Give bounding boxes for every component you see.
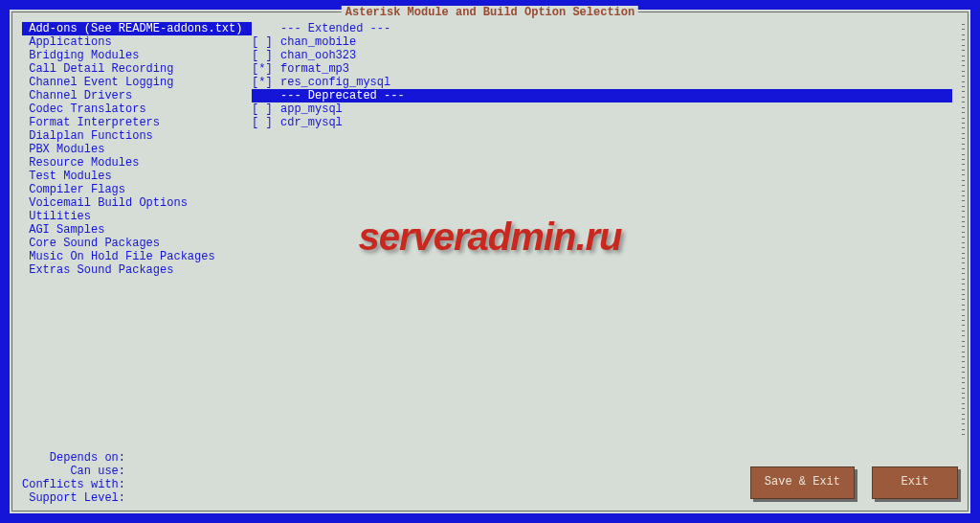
module-name: res_config_mysql [280, 76, 390, 89]
save-exit-button[interactable]: Save & Exit [750, 466, 855, 499]
module-checkbox[interactable]: [*] [252, 76, 280, 89]
module-section-header: --- Deprecated --- [252, 89, 952, 102]
category-item[interactable]: Dialplan Functions [22, 129, 252, 143]
module-checkbox[interactable]: [ ] [252, 49, 280, 62]
terminal-window: Asterisk Module and Build Option Selecti… [0, 0, 980, 523]
category-item[interactable]: Codec Translators [22, 102, 252, 116]
scrollbar[interactable] [962, 24, 965, 436]
category-list[interactable]: Add-ons (See README-addons.txt) Applicat… [22, 22, 252, 439]
module-checkbox[interactable]: [ ] [252, 116, 280, 129]
support-level-label: Support Level: [22, 491, 125, 505]
category-item[interactable]: Channel Event Logging [22, 76, 252, 89]
can-use-label: Can use: [22, 465, 125, 478]
category-item[interactable]: Compiler Flags [22, 183, 252, 196]
module-name: app_mysql [280, 102, 343, 116]
category-item[interactable]: Music On Hold File Packages [22, 250, 252, 263]
category-item[interactable]: Utilities [22, 210, 252, 223]
module-item[interactable]: [*]res_config_mysql [252, 76, 952, 89]
category-item[interactable]: PBX Modules [22, 143, 252, 156]
category-item[interactable]: Format Interpreters [22, 116, 252, 129]
bottom-bar: Depends on: Can use: Conflicts with: Sup… [22, 451, 958, 505]
category-item[interactable]: Resource Modules [22, 156, 252, 170]
module-item[interactable]: [ ]chan_mobile [252, 35, 952, 49]
conflicts-with-label: Conflicts with: [22, 478, 125, 491]
category-item[interactable]: Call Detail Recording [22, 62, 252, 76]
category-item[interactable]: AGI Samples [22, 223, 252, 237]
module-name: chan_mobile [280, 35, 356, 49]
category-item[interactable]: Test Modules [22, 170, 252, 183]
module-name: cdr_mysql [280, 116, 343, 129]
content-area: Add-ons (See README-addons.txt) Applicat… [12, 12, 968, 439]
category-item[interactable]: Applications [22, 35, 252, 49]
module-item[interactable]: [*]format_mp3 [252, 62, 952, 76]
module-checkbox[interactable]: [*] [252, 62, 280, 76]
module-item[interactable]: [ ]cdr_mysql [252, 116, 952, 129]
module-name: chan_ooh323 [280, 49, 356, 62]
module-section-header: --- Extended --- [252, 22, 952, 35]
category-item[interactable]: Bridging Modules [22, 49, 252, 62]
depends-on-label: Depends on: [22, 451, 125, 465]
module-checkbox[interactable]: [ ] [252, 35, 280, 49]
module-item[interactable]: [ ]app_mysql [252, 102, 952, 116]
category-item[interactable]: Voicemail Build Options [22, 196, 252, 210]
category-item[interactable]: Add-ons (See README-addons.txt) [22, 22, 252, 35]
module-list[interactable]: --- Extended ---[ ]chan_mobile[ ]chan_oo… [252, 22, 952, 439]
category-item[interactable]: Channel Drivers [22, 89, 252, 102]
menuselect-frame: Asterisk Module and Build Option Selecti… [11, 11, 969, 512]
window-title: Asterisk Module and Build Option Selecti… [342, 6, 638, 19]
info-block: Depends on: Can use: Conflicts with: Sup… [22, 451, 125, 505]
category-item[interactable]: Extras Sound Packages [22, 263, 252, 277]
module-name: format_mp3 [280, 62, 349, 76]
module-checkbox[interactable]: [ ] [252, 102, 280, 116]
button-group: Save & Exit Exit [750, 466, 958, 505]
module-item[interactable]: [ ]chan_ooh323 [252, 49, 952, 62]
category-item[interactable]: Core Sound Packages [22, 237, 252, 250]
exit-button[interactable]: Exit [872, 466, 958, 499]
